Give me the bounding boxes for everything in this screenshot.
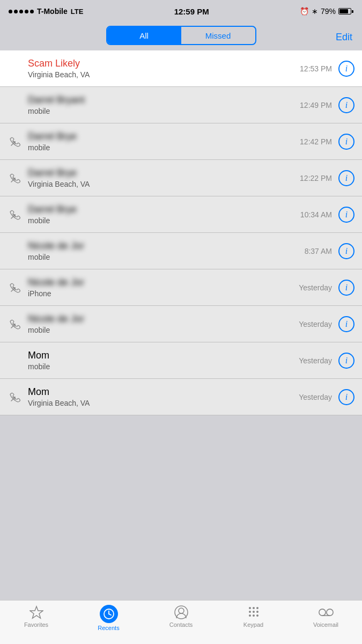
call-type-icon-7 [8, 282, 23, 294]
info-button-7[interactable]: i [338, 280, 354, 296]
svg-line-3 [109, 614, 111, 615]
status-bar: T-Mobile LTE 12:59 PM ⏰ ∗ 79% [0, 0, 362, 21]
svg-point-12 [249, 614, 251, 617]
call-name-5: Darrel Brye [28, 204, 300, 215]
call-sub-1: Virginia Beach, VA [28, 70, 300, 79]
info-button-10[interactable]: i [338, 389, 354, 405]
svg-point-11 [256, 611, 258, 613]
call-sub-6: mobile [28, 253, 305, 261]
svg-marker-0 [30, 606, 43, 618]
bluetooth-icon: ∗ [312, 7, 318, 16]
call-row-1[interactable]: Scam LikelyVirginia Beach, VA12:53 PMi [0, 50, 362, 87]
call-sub-3: mobile [28, 143, 300, 152]
call-time-6: 8:37 AM [305, 247, 332, 255]
tab-keypad[interactable]: Keypad [232, 605, 275, 628]
call-row-10[interactable]: MomVirginia Beach, VAYesterdayi [0, 379, 362, 415]
call-info-5: Darrel Bryemobile [28, 199, 300, 230]
tab-recents[interactable]: Recents [87, 605, 130, 631]
call-time-1: 12:53 PM [300, 64, 332, 73]
filter-bar: All Missed Edit [0, 21, 362, 50]
call-time-4: 12:22 PM [300, 174, 332, 182]
svg-point-4 [179, 608, 184, 613]
call-info-1: Scam LikelyVirginia Beach, VA [28, 53, 300, 84]
call-type-icon-9 [8, 355, 23, 367]
call-name-3: Darrel Brye [28, 131, 300, 142]
svg-point-13 [253, 614, 255, 617]
info-button-4[interactable]: i [338, 170, 354, 186]
edit-button[interactable]: Edit [336, 30, 352, 43]
call-time-7: Yesterday [299, 283, 332, 292]
call-type-icon-2 [8, 99, 23, 111]
svg-point-15 [319, 609, 325, 616]
tab-contacts[interactable]: Contacts [160, 605, 203, 628]
call-info-8: Nicole de Jormobile [28, 308, 299, 340]
status-time: 12:59 PM [174, 7, 209, 16]
call-type-icon-1 [8, 63, 23, 75]
call-row-6[interactable]: Nicole de Jormobile8:37 AMi [0, 233, 362, 269]
call-row-4[interactable]: Darrel BryeVirginia Beach, VA12:22 PMi [0, 160, 362, 196]
call-type-icon-3 [8, 136, 23, 148]
contacts-icon [174, 605, 189, 620]
call-row-2[interactable]: Darrel Bryantmobile12:49 PMi [0, 87, 362, 123]
info-button-2[interactable]: i [338, 97, 354, 113]
info-button-1[interactable]: i [338, 61, 354, 77]
clock-icon [100, 605, 118, 623]
call-name-4: Darrel Brye [28, 167, 300, 179]
missed-tab[interactable]: Missed [181, 27, 255, 44]
call-row-3[interactable]: Darrel Bryemobile12:42 PMi [0, 123, 362, 160]
tab-favorites[interactable]: Favorites [15, 605, 58, 628]
call-row-8[interactable]: Nicole de JormobileYesterdayi [0, 306, 362, 342]
call-info-4: Darrel BryeVirginia Beach, VA [28, 162, 300, 194]
call-time-2: 12:49 PM [300, 101, 332, 109]
call-row-5[interactable]: Darrel Bryemobile10:34 AMi [0, 196, 362, 233]
call-info-3: Darrel Bryemobile [28, 126, 300, 157]
info-button-5[interactable]: i [338, 207, 354, 223]
call-time-10: Yesterday [299, 393, 332, 401]
call-type-icon-4 [8, 172, 23, 184]
signal-dots [9, 10, 34, 13]
svg-point-8 [256, 607, 258, 609]
call-row-7[interactable]: Nicole de JoriPhoneYesterdayi [0, 269, 362, 306]
tab-voicemail[interactable]: Voicemail [305, 605, 348, 628]
all-tab[interactable]: All [107, 27, 181, 44]
call-sub-7: iPhone [28, 289, 299, 298]
alarm-icon: ⏰ [300, 7, 309, 16]
call-sub-4: Virginia Beach, VA [28, 180, 300, 188]
status-right: ⏰ ∗ 79% [300, 7, 353, 16]
call-row-9[interactable]: MommobileYesterdayi [0, 342, 362, 379]
call-name-2: Darrel Bryant [28, 94, 300, 106]
keypad-label: Keypad [243, 621, 263, 628]
svg-point-6 [249, 607, 251, 609]
call-type-icon-6 [8, 245, 23, 257]
info-button-3[interactable]: i [338, 134, 354, 150]
call-name-6: Nicole de Jor [28, 240, 305, 252]
contacts-label: Contacts [169, 621, 193, 628]
call-sub-10: Virginia Beach, VA [28, 399, 299, 407]
call-info-10: MomVirginia Beach, VA [28, 381, 299, 413]
info-button-8[interactable]: i [338, 316, 354, 332]
svg-point-9 [249, 611, 251, 613]
call-name-8: Nicole de Jor [28, 313, 299, 325]
svg-point-16 [326, 609, 333, 616]
battery-icon [338, 8, 353, 14]
info-button-6[interactable]: i [338, 243, 354, 259]
battery-percent: 79% [321, 7, 336, 16]
call-sub-2: mobile [28, 107, 300, 115]
call-type-icon-5 [8, 209, 23, 221]
call-time-8: Yesterday [299, 320, 332, 328]
call-info-7: Nicole de JoriPhone [28, 272, 299, 303]
call-name-7: Nicole de Jor [28, 277, 299, 288]
call-info-6: Nicole de Jormobile [28, 235, 305, 267]
tab-bar: Favorites Recents Contacts [0, 600, 362, 644]
call-time-9: Yesterday [299, 356, 332, 365]
voicemail-label: Voicemail [313, 621, 338, 628]
call-type-icon-10 [8, 391, 23, 403]
segmented-control[interactable]: All Missed [106, 26, 256, 45]
info-button-9[interactable]: i [338, 353, 354, 369]
keypad-icon [246, 605, 261, 620]
call-type-icon-8 [8, 318, 23, 330]
svg-point-7 [253, 607, 255, 609]
call-sub-9: mobile [28, 362, 299, 371]
call-sub-8: mobile [28, 326, 299, 334]
call-time-3: 12:42 PM [300, 137, 332, 146]
